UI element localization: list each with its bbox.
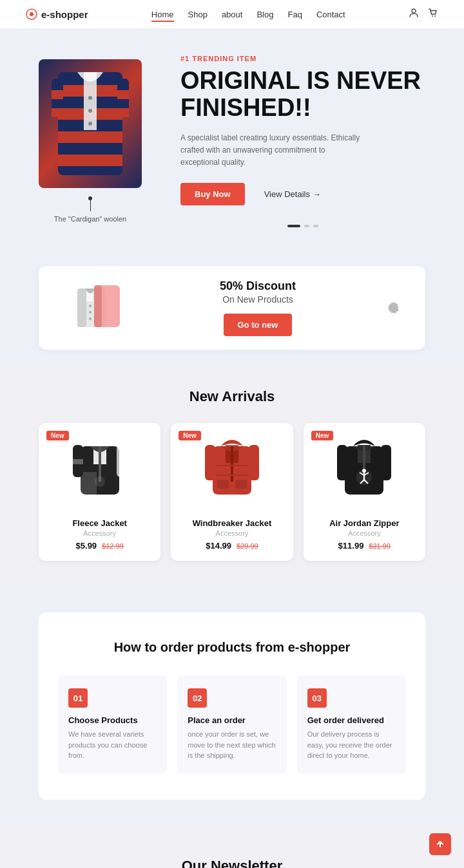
price-new-1: $5.99: [76, 541, 97, 551]
cart-icon[interactable]: [428, 8, 438, 21]
product-category-3: Accessory: [314, 529, 415, 537]
product-badge-3: New: [311, 431, 334, 440]
gear-icon-wrapper: [387, 301, 400, 314]
products-grid: New: [39, 423, 425, 561]
hero-badge: #1 TRENDING ITEM: [180, 55, 425, 62]
hero-dots: [180, 225, 425, 227]
product-category-2: Accessory: [181, 529, 282, 537]
step-number-3: 03: [307, 688, 327, 708]
nav-icons: [409, 8, 438, 21]
dot-3[interactable]: [313, 225, 318, 227]
discount-card: 50% Discount On New Products Go to new: [39, 266, 425, 350]
svg-rect-34: [117, 445, 127, 477]
user-icon[interactable]: [409, 8, 419, 21]
logo-text: e-shopper: [41, 9, 88, 20]
hero-title: ORIGINAL IS NEVER FINISHED!!: [180, 68, 425, 122]
buy-now-button[interactable]: Buy Now: [180, 183, 245, 205]
price-new-2: $14.99: [206, 541, 231, 551]
go-to-new-button[interactable]: Go to new: [224, 314, 293, 336]
nav-item-blog[interactable]: Blog: [256, 8, 273, 20]
price-old-3: $21.99: [369, 542, 391, 550]
product-name-1: Fleece Jacket: [49, 518, 150, 528]
nav-item-shop[interactable]: Shop: [188, 8, 208, 20]
svg-rect-45: [235, 480, 247, 489]
how-to-order-section: How to order products from e-shopper 01 …: [0, 587, 464, 826]
svg-rect-9: [58, 155, 122, 166]
hero-description: A specialist label creating luxury essen…: [180, 132, 361, 169]
svg-rect-39: [231, 446, 233, 482]
step-title-2: Place an order: [188, 715, 276, 725]
svg-point-1: [30, 12, 34, 16]
product-image-windbreaker: [181, 433, 282, 511]
hero-content: #1 TRENDING ITEM ORIGINAL IS NEVER FINIS…: [142, 55, 425, 227]
svg-point-11: [88, 96, 92, 100]
nav-item-about[interactable]: about: [222, 8, 243, 20]
svg-point-26: [89, 305, 92, 307]
step-number-1: 01: [68, 688, 88, 708]
hero-product-label: The "Cardigan" woolen: [54, 215, 126, 223]
svg-rect-31: [99, 446, 101, 482]
svg-rect-42: [205, 445, 215, 480]
arrow-up-icon: [436, 840, 445, 849]
dot-1[interactable]: [287, 225, 300, 227]
discount-section: 50% Discount On New Products Go to new: [0, 253, 464, 363]
nav-item-contact[interactable]: Contact: [316, 8, 345, 20]
how-steps: 01 Choose Products We have several varie…: [58, 675, 406, 774]
svg-rect-21: [77, 288, 86, 327]
price-old-2: $29.99: [237, 542, 258, 550]
svg-rect-8: [58, 131, 122, 143]
svg-point-12: [88, 109, 92, 113]
svg-rect-43: [249, 445, 259, 480]
product-prices-3: $11.99 $21.99: [314, 541, 415, 551]
step-desc-1: We have several variets products you can…: [68, 729, 157, 761]
step-3: 03 Get order delivered Our delivery proc…: [297, 675, 406, 774]
svg-rect-16: [52, 108, 63, 117]
nav-logo[interactable]: e-shopper: [26, 8, 88, 20]
back-to-top-button[interactable]: [429, 833, 451, 855]
svg-rect-15: [52, 90, 63, 99]
step-number-2: 02: [188, 688, 207, 708]
arrow-icon: →: [313, 189, 321, 199]
how-to-order-title: How to order products from e-shopper: [58, 638, 406, 656]
discount-image: [64, 279, 129, 337]
discount-text: 50% Discount On New Products Go to new: [129, 279, 387, 336]
hero-product: The "Cardigan" woolen: [39, 59, 142, 223]
svg-rect-23: [86, 285, 93, 301]
svg-point-2: [412, 9, 416, 13]
svg-point-3: [432, 15, 433, 17]
step-2: 02 Place an order once your order is set…: [177, 675, 286, 774]
navbar: e-shopper Home Shop about Blog Faq Conta…: [0, 0, 464, 29]
discount-subtitle: On New Products: [129, 294, 387, 305]
hero-actions: Buy Now View Details →: [180, 183, 425, 205]
product-card-windbreaker[interactable]: New: [171, 423, 293, 561]
product-card-jordan[interactable]: New: [304, 423, 425, 561]
newsletter-section: Our Newsletter Promotion new products an…: [0, 826, 464, 868]
product-prices-1: $5.99 $12.99: [49, 541, 150, 551]
svg-point-13: [88, 122, 92, 126]
new-arrivals-title: New Arrivals: [39, 388, 425, 405]
view-details-button[interactable]: View Details →: [264, 189, 321, 199]
nav-item-faq[interactable]: Faq: [287, 8, 302, 20]
step-desc-2: once your order is set, we move to the n…: [188, 729, 276, 761]
product-card-fleece[interactable]: New: [39, 423, 160, 561]
step-title-3: Get order delivered: [307, 715, 396, 725]
nav-item-home[interactable]: Home: [151, 8, 174, 20]
step-1: 01 Choose Products We have several varie…: [58, 675, 167, 774]
svg-rect-35: [73, 459, 83, 464]
new-arrivals-section: New Arrivals New: [0, 363, 464, 587]
svg-point-27: [89, 311, 92, 314]
svg-rect-32: [81, 472, 97, 495]
product-image-jordan: [314, 433, 415, 511]
hero-section: The "Cardigan" woolen #1 TRENDING ITEM O…: [0, 29, 464, 253]
svg-point-52: [362, 469, 366, 473]
nav-links: Home Shop about Blog Faq Contact: [151, 8, 345, 20]
svg-rect-25: [94, 285, 102, 327]
product-category-1: Accessory: [49, 529, 150, 537]
svg-rect-19: [117, 108, 129, 117]
svg-rect-50: [381, 445, 391, 480]
hero-product-image: [39, 59, 142, 188]
svg-rect-49: [337, 445, 347, 480]
svg-point-28: [89, 317, 92, 320]
svg-point-36: [95, 476, 105, 487]
dot-2[interactable]: [304, 225, 309, 227]
